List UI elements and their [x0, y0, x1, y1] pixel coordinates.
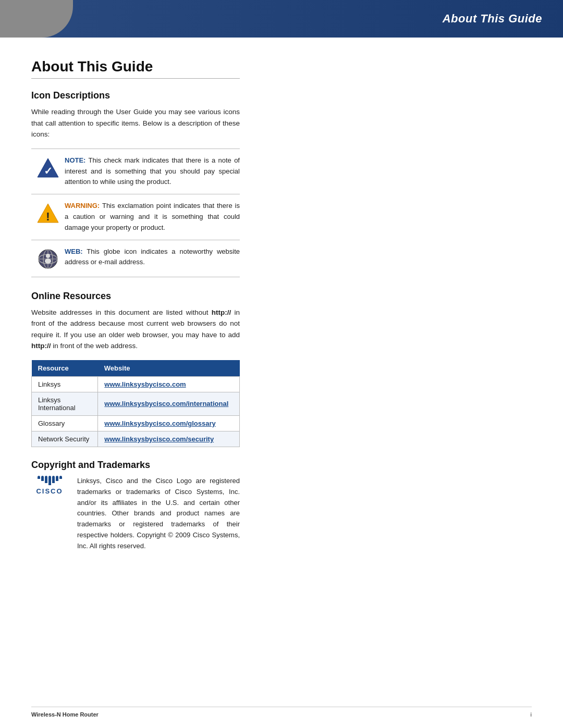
resource-link[interactable]: www.linksysbycisco.com/security [104, 435, 214, 443]
table-col-resource: Resource [32, 360, 98, 377]
web-icon-cell [31, 246, 65, 270]
note-icon-cell: ✓ [31, 155, 65, 179]
web-icon-row: WEB: This globe icon indicates a notewor… [31, 240, 240, 277]
icon-descriptions-intro: While reading through the User Guide you… [31, 106, 240, 140]
cisco-logo-bars [31, 476, 68, 485]
resource-url: www.linksysbycisco.com/security [98, 431, 240, 447]
svg-text:!: ! [46, 210, 50, 223]
resources-table: Resource Website Linksys www.linksysbyci… [31, 360, 240, 447]
warning-description: WARNING: This exclamation point indicate… [65, 201, 240, 233]
resource-url: www.linksysbycisco.com [98, 376, 240, 392]
header-tab [0, 0, 73, 38]
resource-link[interactable]: www.linksysbycisco.com/glossary [104, 419, 215, 427]
note-text: This check mark indicates that there is … [65, 156, 240, 186]
svg-point-9 [46, 254, 50, 258]
table-col-website: Website [98, 360, 240, 377]
table-row: Glossary www.linksysbycisco.com/glossary [32, 415, 240, 431]
copyright-row: CISCO Linksys, Cisco and the Cisco Logo … [31, 476, 240, 552]
table-row: Linksys www.linksysbycisco.com [32, 376, 240, 392]
section-icon-descriptions-heading: Icon Descriptions [31, 90, 240, 101]
online-resources-intro: Website addresses in this document are l… [31, 307, 240, 352]
cisco-bar [38, 476, 40, 479]
resource-name: LinksysInternational [32, 392, 98, 415]
web-globe-icon [36, 248, 59, 270]
cisco-bar [59, 476, 62, 479]
footer-product-name: Wireless-N Home Router [31, 711, 99, 718]
section-online-resources-heading: Online Resources [31, 291, 240, 302]
section-copyright-heading: Copyright and Trademarks [31, 460, 240, 471]
resource-url: www.linksysbycisco.com/international [98, 392, 240, 415]
svg-text:✓: ✓ [44, 165, 53, 177]
warning-icon-row: ! WARNING: This exclamation point indica… [31, 194, 240, 240]
cisco-logo: CISCO [31, 476, 68, 495]
header-bar: About This Guide [0, 0, 563, 38]
cisco-text: CISCO [31, 487, 68, 495]
header-title: About This Guide [443, 12, 542, 26]
copyright-text: Linksys, Cisco and the Cisco Logo are re… [77, 476, 240, 552]
table-row: LinksysInternational www.linksysbycisco.… [32, 392, 240, 415]
resource-name: Linksys [32, 376, 98, 392]
page-title: About This Guide [31, 58, 240, 79]
cisco-bar [56, 476, 58, 481]
table-header-row: Resource Website [32, 360, 240, 377]
resource-link[interactable]: www.linksysbycisco.com [104, 380, 186, 388]
cisco-bar [48, 476, 51, 485]
resource-link[interactable]: www.linksysbycisco.com/international [104, 400, 228, 408]
footer: Wireless-N Home Router i [31, 707, 532, 718]
web-label: WEB: [65, 248, 83, 255]
web-description: WEB: This globe icon indicates a notewor… [65, 246, 240, 268]
warning-icon: ! [36, 202, 59, 225]
resource-name: Network Security [32, 431, 98, 447]
note-description: NOTE: This check mark indicates that the… [65, 155, 240, 188]
note-icon: ✓ [36, 156, 59, 179]
web-text: This globe icon indicates a noteworthy w… [65, 248, 240, 266]
warning-icon-cell: ! [31, 201, 65, 225]
main-content: About This Guide Icon Descriptions While… [0, 38, 271, 583]
table-row: Network Security www.linksysbycisco.com/… [32, 431, 240, 447]
warning-label: WARNING: [65, 202, 100, 209]
resource-url: www.linksysbycisco.com/glossary [98, 415, 240, 431]
cisco-bar [45, 476, 47, 483]
note-icon-row: ✓ NOTE: This check mark indicates that t… [31, 149, 240, 194]
resource-name: Glossary [32, 415, 98, 431]
svg-point-10 [45, 258, 51, 264]
cisco-bar-row-1 [31, 476, 68, 485]
cisco-bar [41, 476, 44, 481]
footer-page-number: i [531, 711, 532, 718]
cisco-bar [52, 476, 55, 483]
note-label: NOTE: [65, 156, 85, 164]
